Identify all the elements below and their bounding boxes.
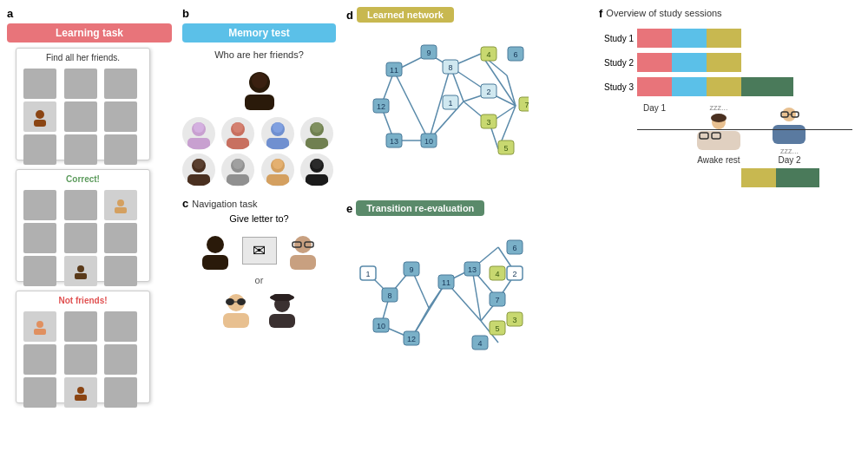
learning-card-3: Not friends! — [16, 291, 150, 403]
section-e-label: e — [346, 202, 352, 215]
memory-question: Who are her friends? — [182, 49, 336, 60]
nav-avatar-glasses — [284, 231, 323, 270]
card2-grid — [21, 187, 145, 289]
grid-cell — [64, 311, 97, 342]
svg-point-21 — [273, 122, 283, 133]
zzz-text: zzz... — [709, 103, 727, 112]
section-f-label: f — [599, 7, 602, 20]
section-f: f Overview of study sessions Study 1 Stu… — [592, 7, 861, 444]
section-a-label: a — [7, 7, 172, 20]
grid-cell — [64, 223, 97, 253]
card2-title: Correct! — [21, 174, 145, 184]
svg-point-45 — [226, 298, 234, 305]
grid-cell — [104, 134, 137, 165]
mem-avatar-6[interactable] — [221, 154, 254, 186]
section-b: b Memory test Who are her friends? — [175, 7, 336, 193]
section-bc-wrapper: b Memory test Who are her friends? — [175, 7, 336, 444]
grid-cell — [23, 134, 56, 165]
study1-yellow — [707, 29, 741, 48]
svg-text:12: 12 — [377, 102, 385, 111]
card3-grid — [21, 309, 145, 410]
svg-point-147 — [711, 114, 727, 122]
svg-text:2: 2 — [512, 270, 516, 278]
study3-extra-bars — [637, 168, 861, 187]
nav-row-2 — [182, 289, 336, 328]
study2-label: Study 2 — [599, 58, 634, 68]
grid-cell — [104, 377, 137, 408]
grid-cell — [64, 344, 97, 375]
nav-avatar-sunglasses — [217, 289, 256, 328]
section-b-label: b — [182, 7, 336, 20]
section-c: c Navigation task Give letter to? ✉ or — [175, 193, 336, 333]
grid-cell — [64, 134, 97, 165]
svg-rect-5 — [75, 273, 87, 279]
awake-rest-label: Awake rest — [697, 155, 740, 165]
section-e-header: e Transition re-evaluation — [346, 200, 589, 219]
study1-label: Study 1 — [599, 34, 634, 43]
svg-text:7: 7 — [524, 101, 529, 109]
svg-rect-7 — [34, 329, 46, 335]
svg-point-12 — [252, 73, 267, 88]
grid-cell — [64, 101, 97, 132]
study1-bar — [637, 29, 741, 48]
svg-text:8: 8 — [387, 291, 391, 300]
study3-blue — [672, 77, 707, 96]
svg-line-71 — [394, 71, 429, 141]
learning-card-2: Correct! — [16, 169, 150, 282]
svg-rect-11 — [245, 95, 274, 110]
svg-rect-9 — [75, 395, 87, 401]
memory-test-title: Memory test — [182, 23, 336, 42]
study3-label: Study 3 — [599, 82, 634, 92]
svg-text:5: 5 — [503, 144, 508, 153]
day2-label: Day 2 — [778, 155, 800, 165]
svg-rect-26 — [187, 174, 210, 186]
svg-point-15 — [194, 122, 204, 133]
study2-bar — [637, 53, 741, 72]
grid-cell — [104, 101, 137, 132]
extra-yellow — [741, 168, 776, 187]
svg-point-30 — [233, 159, 243, 169]
learning-task-title: Learning task — [7, 23, 172, 42]
mem-avatar-8[interactable] — [300, 154, 333, 186]
nav-avatar-hat — [263, 289, 302, 328]
day-labels-row: Day 1 zzz... Awake rest — [637, 103, 861, 165]
mem-avatar-5[interactable] — [182, 154, 215, 186]
extra-green — [776, 168, 819, 187]
day2-container: zzz... Day 2 — [766, 103, 813, 165]
grid-cell — [23, 190, 56, 220]
svg-line-114 — [411, 282, 446, 338]
timeline-divider — [637, 129, 852, 130]
svg-text:3: 3 — [512, 316, 516, 324]
transition-network-svg: 1 8 9 11 13 6 — [346, 221, 529, 373]
svg-text:1: 1 — [365, 270, 370, 278]
grid-cell — [23, 69, 56, 99]
give-letter-text: Give letter to? — [182, 213, 336, 224]
section-e: e Transition re-evaluation — [346, 200, 589, 376]
grid-cell — [104, 69, 137, 99]
svg-text:6: 6 — [513, 50, 517, 59]
grid-cell — [64, 69, 97, 99]
svg-text:10: 10 — [377, 322, 385, 330]
svg-rect-32 — [266, 174, 289, 186]
spacer — [637, 168, 741, 187]
grid-cell — [23, 223, 56, 253]
mem-avatar-1[interactable] — [182, 117, 215, 150]
svg-point-4 — [77, 265, 84, 272]
svg-text:13: 13 — [390, 137, 398, 146]
grid-cell — [64, 190, 97, 220]
mem-avatar-2[interactable] — [221, 117, 254, 150]
mem-avatar-4[interactable] — [300, 117, 333, 150]
svg-text:6: 6 — [512, 244, 516, 252]
grid-cell — [23, 377, 56, 408]
svg-point-36 — [312, 159, 322, 169]
mem-avatar-3[interactable] — [261, 117, 294, 150]
study-sessions-title: Overview of study sessions — [606, 8, 721, 18]
section-c-header: c Navigation task — [182, 197, 336, 213]
svg-rect-1 — [34, 120, 46, 127]
day1-container: Day 1 — [637, 103, 672, 113]
section-a: a Learning task Find all her friends. — [7, 7, 172, 444]
grid-cell — [23, 344, 56, 375]
svg-text:9: 9 — [426, 49, 431, 57]
mem-avatar-7[interactable] — [261, 154, 294, 186]
study2-pink — [637, 53, 672, 72]
